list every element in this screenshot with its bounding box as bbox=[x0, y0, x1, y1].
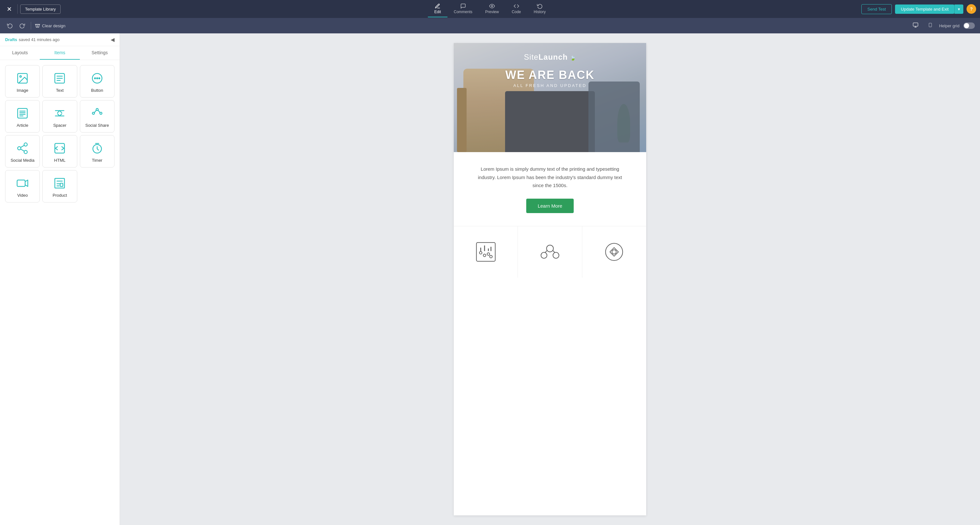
item-html[interactable]: HTML bbox=[42, 135, 77, 168]
svg-line-33 bbox=[21, 149, 24, 152]
email-body: Lorem Ipsum is simply dummy text of the … bbox=[454, 152, 646, 226]
item-spacer[interactable]: Spacer bbox=[42, 100, 77, 132]
svg-point-55 bbox=[553, 252, 559, 259]
drafts-label: Drafts bbox=[5, 37, 18, 42]
learn-more-button[interactable]: Learn More bbox=[526, 199, 574, 213]
svg-point-17 bbox=[99, 78, 100, 79]
svg-point-15 bbox=[94, 78, 95, 79]
item-button-label: Button bbox=[91, 88, 103, 93]
item-article[interactable]: Article bbox=[5, 100, 40, 132]
tab-code[interactable]: Code bbox=[505, 1, 528, 18]
svg-point-58 bbox=[606, 243, 623, 260]
tab-comments-label: Comments bbox=[454, 10, 473, 14]
nav-tabs: Edit Comments Preview Code History bbox=[428, 1, 552, 18]
email-body-text: Lorem Ipsum is simply dummy text of the … bbox=[473, 165, 627, 190]
desktop-view-button[interactable] bbox=[910, 21, 922, 31]
tab-preview-label: Preview bbox=[485, 10, 499, 14]
content-area: SiteLaunch 🍃 WE ARE BACK ALL FRESH AND U… bbox=[120, 34, 980, 525]
tab-preview[interactable]: Preview bbox=[479, 1, 505, 18]
item-image-label: Image bbox=[17, 88, 28, 93]
item-social-media-label: Social Media bbox=[11, 158, 34, 163]
svg-rect-35 bbox=[55, 144, 64, 153]
sidebar: Drafts saved 41 minutes ago ◀ Layouts It… bbox=[0, 34, 120, 525]
hero-headline-area: WE ARE BACK ALL FRESH AND UPDATED bbox=[454, 69, 646, 88]
email-icons-row bbox=[454, 226, 646, 278]
sidebar-collapse-button[interactable]: ◀ bbox=[111, 37, 115, 43]
email-icon-cell-3 bbox=[582, 226, 646, 278]
item-button[interactable]: Button bbox=[80, 65, 115, 97]
clear-design-button[interactable]: Clear design bbox=[35, 23, 65, 28]
tab-items[interactable]: Items bbox=[40, 46, 80, 60]
svg-point-30 bbox=[24, 143, 27, 146]
svg-rect-6 bbox=[929, 23, 932, 27]
tab-history[interactable]: History bbox=[527, 1, 552, 18]
tab-edit[interactable]: Edit bbox=[428, 1, 447, 18]
redo-button[interactable] bbox=[18, 21, 27, 30]
helper-grid-label: Helper grid bbox=[939, 24, 959, 28]
help-button[interactable]: ? bbox=[967, 4, 976, 14]
svg-point-50 bbox=[483, 254, 486, 256]
update-template-dropdown[interactable]: ▾ bbox=[955, 5, 963, 14]
svg-rect-43 bbox=[60, 183, 63, 187]
helper-grid-toggle[interactable] bbox=[963, 22, 975, 29]
email-hero: SiteLaunch 🍃 WE ARE BACK ALL FRESH AND U… bbox=[454, 43, 646, 152]
email-icon-cell-2 bbox=[518, 226, 582, 278]
item-video-label: Video bbox=[18, 193, 28, 198]
svg-rect-44 bbox=[476, 242, 495, 261]
items-grid: Image Text Button Article bbox=[0, 60, 119, 207]
editor-toolbar: Clear design Helper grid bbox=[0, 18, 980, 34]
svg-point-51 bbox=[487, 252, 490, 255]
item-timer[interactable]: Timer bbox=[80, 135, 115, 168]
item-product[interactable]: Product bbox=[42, 170, 77, 203]
hero-logo-area: SiteLaunch 🍃 bbox=[524, 43, 576, 67]
svg-line-56 bbox=[545, 251, 547, 253]
top-navigation: Template Library Edit Comments Preview C… bbox=[0, 0, 980, 18]
item-social-media[interactable]: Social Media bbox=[5, 135, 40, 168]
main-layout: Drafts saved 41 minutes ago ◀ Layouts It… bbox=[0, 34, 980, 525]
svg-line-28 bbox=[94, 110, 96, 113]
svg-point-52 bbox=[490, 255, 492, 258]
svg-line-57 bbox=[553, 251, 555, 253]
send-test-button[interactable]: Send Test bbox=[861, 4, 892, 14]
nav-right-actions: Send Test Update Template and Exit ▾ ? bbox=[861, 4, 976, 14]
close-button[interactable] bbox=[4, 3, 15, 14]
sidebar-tabs: Layouts Items Settings bbox=[0, 46, 119, 60]
item-social-share[interactable]: Social Share bbox=[80, 100, 115, 132]
svg-point-2 bbox=[491, 5, 493, 7]
save-status: saved 41 minutes ago bbox=[19, 37, 60, 42]
item-spacer-label: Spacer bbox=[53, 123, 66, 128]
mobile-view-button[interactable] bbox=[926, 21, 935, 31]
item-text-label: Text bbox=[56, 88, 64, 93]
svg-rect-3 bbox=[913, 23, 918, 26]
svg-line-34 bbox=[21, 145, 24, 148]
svg-point-31 bbox=[18, 147, 21, 150]
tab-code-label: Code bbox=[512, 10, 521, 14]
undo-button[interactable] bbox=[5, 21, 15, 30]
hero-logo: SiteLaunch 🍃 bbox=[524, 53, 576, 62]
item-social-share-label: Social Share bbox=[85, 123, 109, 128]
item-video[interactable]: Video bbox=[5, 170, 40, 203]
svg-point-53 bbox=[546, 245, 553, 252]
item-text[interactable]: Text bbox=[42, 65, 77, 97]
svg-rect-18 bbox=[18, 109, 27, 118]
svg-line-29 bbox=[98, 110, 100, 113]
update-template-button[interactable]: Update Template and Exit bbox=[895, 5, 955, 14]
email-canvas: SiteLaunch 🍃 WE ARE BACK ALL FRESH AND U… bbox=[454, 43, 646, 515]
svg-rect-38 bbox=[17, 180, 25, 187]
svg-point-9 bbox=[20, 76, 21, 77]
item-image[interactable]: Image bbox=[5, 65, 40, 97]
template-library-button[interactable]: Template Library bbox=[20, 5, 60, 14]
email-icon-cell-1 bbox=[454, 226, 518, 278]
item-html-label: HTML bbox=[54, 158, 65, 163]
svg-point-54 bbox=[541, 252, 547, 259]
tab-edit-label: Edit bbox=[434, 10, 441, 14]
tab-layouts[interactable]: Layouts bbox=[0, 46, 40, 60]
tab-settings[interactable]: Settings bbox=[80, 46, 119, 60]
clear-design-label: Clear design bbox=[42, 24, 65, 28]
sidebar-status: Drafts saved 41 minutes ago ◀ bbox=[0, 34, 119, 46]
item-product-label: Product bbox=[52, 193, 67, 198]
tab-comments[interactable]: Comments bbox=[447, 1, 479, 18]
hero-subheadline: ALL FRESH AND UPDATED bbox=[454, 83, 646, 88]
svg-point-32 bbox=[24, 150, 27, 154]
svg-point-16 bbox=[97, 78, 97, 79]
